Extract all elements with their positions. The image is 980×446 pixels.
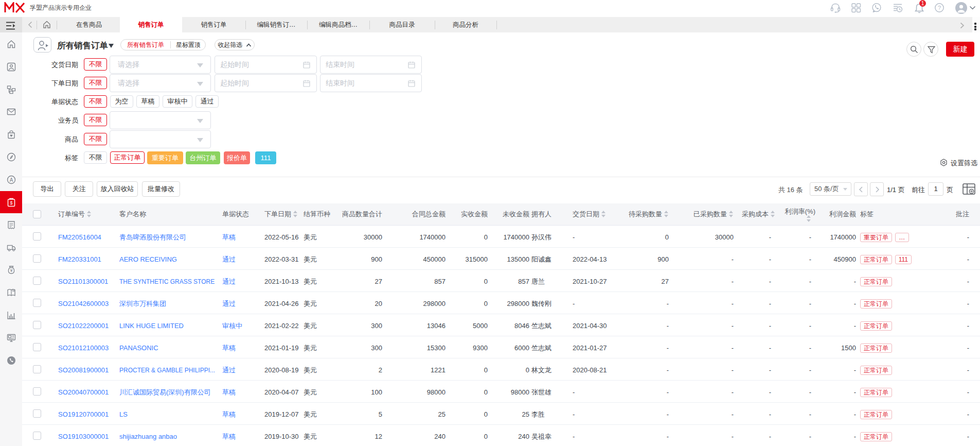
svg-text:?: ? — [938, 5, 941, 11]
svg-text:$: $ — [10, 200, 12, 205]
svg-text:A: A — [10, 177, 13, 183]
svg-text:¥: ¥ — [10, 268, 13, 273]
